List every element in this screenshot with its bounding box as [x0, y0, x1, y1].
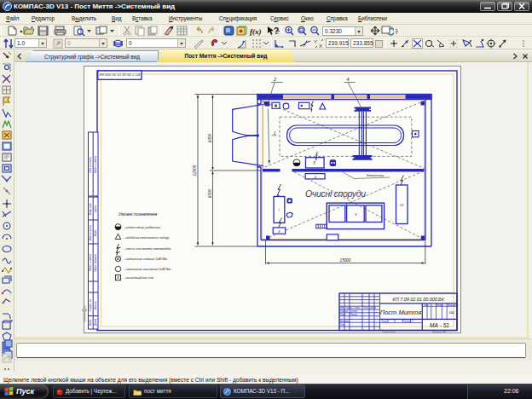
svg-text:Подп. и дата: Подп. и дата — [89, 254, 92, 271]
svg-text:- робоче місце робітника: - робоче місце робітника — [124, 226, 161, 229]
svg-text:Очисні споруди: Очисні споруди — [305, 188, 366, 199]
svg-text:Подп.: Подп. — [363, 306, 369, 309]
svg-text:Подп. и дата: Подп. и дата — [94, 156, 97, 173]
svg-text:Подп.: Подп. — [89, 319, 92, 327]
svg-text:Инв.№ подл.: Инв.№ подл. — [89, 156, 92, 172]
svg-text:Дата: Дата — [94, 319, 97, 327]
svg-text:Инв.№ дубл.: Инв.№ дубл. — [89, 225, 92, 241]
svg-text:1: 1 — [274, 131, 276, 136]
svg-text:Лит.: Лит. — [423, 304, 429, 307]
svg-text:Лист: Лист — [380, 320, 388, 323]
svg-text:6000: 6000 — [208, 133, 212, 142]
svg-text:Котов: Котов — [350, 309, 358, 313]
svg-text:МА - 51: МА - 51 — [430, 322, 449, 328]
svg-text:1Ш: 1Ш — [448, 310, 454, 315]
svg-text:6000: 6000 — [208, 188, 212, 198]
svg-text:- світильник газовий 1х40 Вт: - світильник газовий 1х40 Вт — [124, 257, 168, 261]
svg-text:Н.контр.: Н.контр. — [340, 320, 350, 323]
svg-text:Инв.№: Инв.№ — [94, 300, 97, 309]
svg-text:4: 4 — [347, 77, 350, 82]
svg-text:- каналізаційний люк: - каналізаційний люк — [124, 276, 154, 280]
svg-text:2: 2 — [273, 77, 276, 82]
svg-text:дата: дата — [94, 205, 97, 212]
svg-text:Пров.: Пров. — [340, 313, 346, 316]
svg-text:КП.7.09.02.01.00.000.БК: КП.7.09.02.01.00.000.БК — [393, 297, 445, 302]
svg-text:Масса: Масса — [437, 304, 443, 307]
svg-text:Умовні позначення: Умовні позначення — [119, 211, 158, 217]
svg-text:Рылов: Рылов — [350, 313, 358, 316]
svg-text:Масштаб: Масштаб — [448, 304, 459, 307]
svg-text:Разраб.: Разраб. — [340, 309, 349, 313]
svg-text:Листов 1: Листов 1 — [402, 320, 413, 323]
svg-text:Справ. №: Справ. № — [89, 298, 92, 311]
svg-text:Взам.инв.: Взам.инв. — [89, 203, 92, 216]
svg-text:12000: 12000 — [193, 165, 197, 176]
svg-text:- світильник звичайний 1х40 Вт: - світильник звичайний 1х40 Вт — [124, 268, 171, 271]
svg-text:9: 9 — [355, 212, 357, 217]
svg-text:15000: 15000 — [340, 258, 351, 263]
svg-text:- стенд для миття автомобілів: - стенд для миття автомобілів — [124, 247, 171, 251]
svg-text:Компрессор: Компрессор — [367, 174, 384, 177]
svg-text:Y: Y — [314, 39, 317, 44]
svg-text:Утв.: Утв. — [340, 323, 345, 327]
svg-text:f(x): f(x) — [250, 27, 262, 36]
svg-text:X: X — [319, 43, 322, 49]
svg-text:Пост Миття: Пост Миття — [380, 309, 422, 316]
svg-text:- відбійник стоянкового набору: - відбійник стоянкового набору — [124, 236, 170, 240]
svg-text:10: 10 — [400, 203, 404, 207]
svg-text:Копировал: Копировал — [383, 331, 396, 333]
svg-text:Дата: Дата — [369, 306, 376, 309]
svg-text:Перв. примен.: Перв. примен. — [94, 253, 97, 271]
svg-text:КП.7.09.02.01.00.000.БК: КП.7.09.02.01.00.000.БК — [99, 72, 140, 77]
svg-text:Формат А1: Формат А1 — [432, 331, 447, 333]
svg-text:№ докум.: № докум. — [350, 306, 361, 309]
svg-text:Изм: Изм — [340, 306, 344, 309]
svg-text:Подп.: Подп. — [94, 229, 97, 237]
